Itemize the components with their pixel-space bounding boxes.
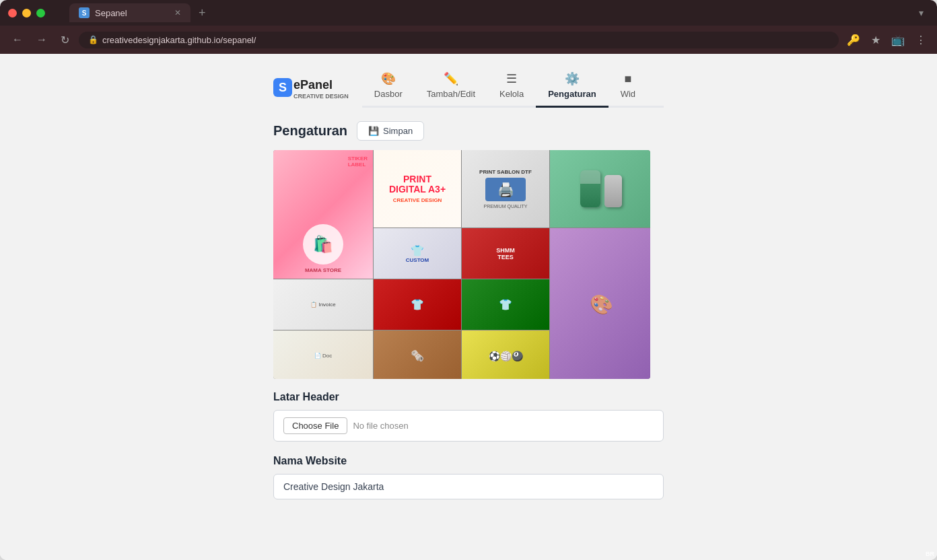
tab-favicon: S: [79, 7, 90, 18]
new-tab-button[interactable]: +: [193, 6, 211, 20]
widget-icon: ■: [624, 72, 631, 86]
forward-button[interactable]: →: [32, 31, 51, 48]
section-header: Pengaturan 💾 Simpan: [273, 121, 664, 141]
tab-dropdown-button[interactable]: ▾: [919, 7, 924, 18]
tab-tambah-label: Tambah/Edit: [427, 89, 475, 99]
traffic-light-yellow[interactable]: [22, 9, 31, 18]
mosaic-cell-7: 🎨: [550, 228, 650, 379]
tab-pengaturan-label: Pengaturan: [548, 89, 596, 99]
app-logo: S ePanel CREATIVE DESIGN: [273, 75, 349, 100]
kelola-icon: ☰: [506, 71, 517, 86]
app-header: S ePanel CREATIVE DESIGN 🎨 Dasbor ✏️: [273, 67, 664, 108]
file-status-text: No file chosen: [353, 421, 408, 431]
tab-pengaturan[interactable]: ⚙️ Pengaturan: [536, 67, 609, 108]
tab-title: Sepanel: [95, 8, 127, 18]
tab-kelola[interactable]: ☰ Kelola: [487, 67, 536, 108]
website-name-label: Nama Website: [273, 455, 664, 467]
mosaic-cell-3: PRINT SABLON DTF 🖨️ PREMIUM QUALITY: [462, 150, 549, 228]
pengaturan-icon: ⚙️: [565, 71, 580, 86]
header-bg-section: Latar Header Choose File No file chosen: [273, 391, 664, 442]
mosaic-cell-11: 📄 Doc: [273, 330, 373, 379]
tab-widget-label: Wid: [621, 89, 635, 99]
tab-kelola-label: Kelola: [499, 89, 524, 99]
tab-close-button[interactable]: ✕: [174, 8, 181, 18]
browser-tab[interactable]: S Sepanel ✕: [69, 3, 190, 22]
dasbor-icon: 🎨: [381, 71, 396, 86]
mosaic-cell-1: 🛍️ MAMA STORE STIKERLABEL: [273, 150, 373, 279]
page-body: S ePanel CREATIVE DESIGN 🎨 Dasbor ✏️: [0, 54, 937, 560]
traffic-light-red[interactable]: [8, 9, 17, 18]
tab-dasbor-label: Dasbor: [374, 89, 403, 99]
app-container: S ePanel CREATIVE DESIGN 🎨 Dasbor ✏️: [260, 67, 677, 499]
file-input-wrapper: Choose File No file chosen: [273, 410, 664, 442]
address-bar[interactable]: 🔒 creativedesignjakarta.github.io/sepane…: [79, 32, 839, 48]
security-icon: 🔒: [88, 35, 98, 44]
toolbar-actions: 🔑 ★ 📺 ⋮: [844, 31, 929, 49]
back-button[interactable]: ←: [8, 31, 27, 48]
mosaic-cell-10: 👕: [462, 279, 549, 330]
menu-icon[interactable]: ⋮: [913, 31, 929, 49]
logo-text: S ePanel CREATIVE DESIGN: [273, 75, 349, 100]
traffic-light-green[interactable]: [36, 9, 45, 18]
url-text: creativedesignjakarta.github.io/sepanel/: [102, 35, 256, 45]
logo-name: ePanel: [293, 78, 333, 92]
mosaic-cell-2: PRINTDIGITAL A3+ CREATIVE DESIGN: [374, 150, 461, 228]
page-title: Pengaturan: [273, 123, 347, 139]
reload-button[interactable]: ↻: [57, 31, 73, 49]
website-name-section: Nama Website: [273, 455, 664, 499]
tab-tambah[interactable]: ✏️ Tambah/Edit: [415, 67, 487, 108]
browser-titlebar: S Sepanel ✕ + ▾: [0, 0, 937, 26]
nav-tabs: 🎨 Dasbor ✏️ Tambah/Edit ☰ Kelola ⚙️ Peng…: [362, 67, 664, 108]
mosaic-cell-13: ⚽🏐🎱: [462, 330, 549, 379]
browser-toolbar: ← → ↻ 🔒 creativedesignjakarta.github.io/…: [0, 26, 937, 54]
tambah-icon: ✏️: [444, 71, 458, 86]
browser-window: S Sepanel ✕ + ▾ ← → ↻ 🔒 creativedesignja…: [0, 0, 937, 560]
main-content: Pengaturan 💾 Simpan 🛍️ MAMA STORE ST: [273, 121, 664, 499]
mosaic-cell-8: 📋 Invoice: [273, 279, 373, 330]
tab-dasbor[interactable]: 🎨 Dasbor: [362, 67, 415, 108]
save-button-label: Simpan: [383, 126, 413, 136]
mosaic-cell-5: 👕 CUSTOM: [374, 228, 461, 279]
tab-widget[interactable]: ■ Wid: [609, 68, 648, 108]
cast-icon[interactable]: 📺: [889, 31, 907, 49]
mosaic-cell-4: BR: [550, 150, 650, 228]
mosaic-cell-12: 🗞️: [374, 330, 461, 379]
bookmark-icon[interactable]: ★: [868, 31, 883, 49]
save-button[interactable]: 💾 Simpan: [357, 121, 424, 141]
header-bg-label: Latar Header: [273, 391, 664, 403]
header-image-mosaic: 🛍️ MAMA STORE STIKERLABEL PRINTDIGITAL A…: [273, 150, 650, 379]
tab-bar: S Sepanel ✕ + ▾: [64, 3, 929, 22]
password-icon[interactable]: 🔑: [844, 31, 863, 49]
logo-subtitle: CREATIVE DESIGN: [293, 93, 349, 100]
mosaic-cell-6: SHMMTEES: [462, 228, 549, 279]
save-icon: 💾: [368, 126, 379, 136]
logo-s-icon: S: [273, 78, 292, 97]
choose-file-button[interactable]: Choose File: [283, 417, 347, 434]
mosaic-cell-9: 👕: [374, 279, 461, 330]
website-name-input[interactable]: [273, 474, 664, 499]
